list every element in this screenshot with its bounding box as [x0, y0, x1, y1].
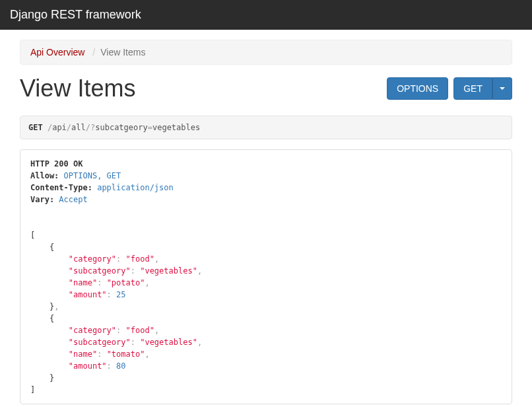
navbar-brand[interactable]: Django REST framework — [10, 8, 141, 22]
request-info: GET /api/all/?subcatgeory=vegetables — [20, 116, 512, 139]
page-header: View Items OPTIONS GET — [20, 75, 512, 102]
request-method: GET — [28, 123, 43, 132]
response-info: HTTP 200 OK Allow: OPTIONS, GET Content-… — [20, 149, 512, 404]
navbar: Django REST framework — [0, 0, 532, 30]
request-path: /api/all/?subcatgeory=vegetables — [48, 123, 200, 132]
response-meta: HTTP 200 OK Allow: OPTIONS, GET Content-… — [30, 158, 502, 205]
get-button[interactable]: GET — [453, 77, 492, 100]
breadcrumb-item-current: View Items — [87, 47, 145, 57]
breadcrumb: Api Overview View Items — [20, 40, 512, 65]
get-button-group: GET — [453, 77, 512, 100]
response-status: HTTP 200 OK — [30, 159, 83, 168]
page-title: View Items — [20, 75, 135, 102]
breadcrumb-link-root[interactable]: Api Overview — [30, 47, 84, 57]
breadcrumb-item-root: Api Overview — [30, 47, 84, 57]
chevron-down-icon — [500, 87, 505, 90]
main-container: Api Overview View Items View Items OPTIO… — [10, 40, 522, 404]
response-body: [ { "category": "food", "subcatgeory": "… — [30, 217, 502, 396]
get-dropdown-toggle[interactable] — [492, 77, 512, 100]
action-buttons: OPTIONS GET — [387, 77, 512, 100]
options-button[interactable]: OPTIONS — [387, 77, 448, 100]
